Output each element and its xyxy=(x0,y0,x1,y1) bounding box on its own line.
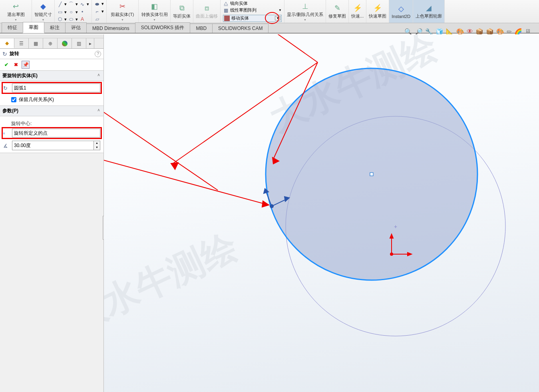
arc-icon: ⌒ xyxy=(68,1,74,8)
repair-label: 修复草图 xyxy=(328,13,346,19)
move-icon xyxy=(224,16,230,21)
annotation-arrow-3 xyxy=(104,160,269,207)
exit-sketch-icon: ↩ xyxy=(13,2,19,11)
point-select-icon: ▫ xyxy=(3,130,10,136)
cancel-button[interactable]: ✖ xyxy=(12,61,20,69)
rect-tool[interactable]: ▭▾ ○▾ • xyxy=(57,9,89,15)
collapse-icon-2[interactable]: ＾ xyxy=(96,107,101,114)
spin-up[interactable]: ▲ xyxy=(93,141,100,145)
exit-sketch-label: 退出草图 xyxy=(7,12,25,18)
params-body: 旋转中心: ▫ ∡ ▲ ▼ xyxy=(0,116,103,153)
svg-line-14 xyxy=(104,160,266,204)
spin-down[interactable]: ▼ xyxy=(93,145,100,150)
annotation-circle-dropdown xyxy=(265,12,279,24)
keep-relations-checkbox[interactable] xyxy=(11,97,16,102)
spline-icon: ∿ xyxy=(80,2,85,7)
fillet-tool[interactable]: ⌐▾ xyxy=(94,8,104,15)
center-point-marker[interactable] xyxy=(370,173,373,176)
tab-mbd[interactable]: MBD xyxy=(190,24,213,33)
center-input[interactable] xyxy=(12,129,100,137)
slot-tool[interactable]: ⬬▾ xyxy=(94,1,104,7)
section-params[interactable]: 参数(P) ＾ xyxy=(0,106,103,116)
pm-title: 旋转 xyxy=(10,50,95,57)
repair-button[interactable]: ✎ 修复草图 xyxy=(326,0,349,23)
tab-features[interactable]: 特征 xyxy=(2,22,23,33)
fillet-icon: ⌐ xyxy=(94,9,100,14)
poly-tool[interactable]: ⬡▾ ⬭▾ A xyxy=(57,16,89,22)
pm-tab-config[interactable]: ☰ xyxy=(14,38,29,48)
relations-button[interactable]: ⊥ 显示/删除几何关系 ▼ xyxy=(284,0,326,23)
surface-offset-button: ⧈ 曲面上偏移 xyxy=(193,0,221,23)
svg-line-10 xyxy=(272,34,318,62)
svg-marker-15 xyxy=(262,201,269,207)
entities-body: ↻ 保留几何关系(K) xyxy=(0,81,103,106)
draw-tools-2: ⬬▾ ⌐▾ ▱ xyxy=(92,0,107,23)
shade-label: 上色草图轮廓 xyxy=(416,13,442,19)
quick-icon: ⚡ xyxy=(353,4,362,12)
rotate-cmd-icon: ↻ xyxy=(2,51,7,57)
tab-sketch[interactable]: 草图 xyxy=(23,22,44,33)
tab-annotate[interactable]: 标注 xyxy=(44,22,66,33)
pin-button[interactable]: 📌 xyxy=(22,61,30,69)
keep-relations-label: 保留几何关系(K) xyxy=(19,96,54,103)
convert-button[interactable]: ◧ 转换实体引用 ▼ xyxy=(139,0,171,23)
section-params-label: 参数(P) xyxy=(2,107,18,114)
trim-label: 剪裁实体(T) xyxy=(111,12,134,18)
mirror-tool[interactable]: ⧋镜向实体 xyxy=(223,0,282,7)
collapse-icon[interactable]: ＾ xyxy=(96,72,101,79)
tab-addins[interactable]: SOLIDWORKS 插件 xyxy=(135,22,191,33)
shade-icon: ◢ xyxy=(426,4,432,12)
pm-tab-row: ◆ ☰ ▦ ⊕ ▥ ▸ xyxy=(0,38,103,49)
help-icon[interactable]: ? xyxy=(95,51,101,57)
line-tool[interactable]: ╱▾ ⌒▾ ∿▾ xyxy=(57,0,89,8)
tab-mbd-dim[interactable]: MBD Dimensions xyxy=(86,24,135,33)
smart-dimension-button[interactable]: ◆ 智能尺寸 ▼ xyxy=(32,0,55,23)
keep-relations-row[interactable]: 保留几何关系(K) xyxy=(3,96,100,103)
quick-button[interactable]: ⚡ 快速... xyxy=(349,0,366,23)
svg-line-13 xyxy=(104,112,218,190)
poly-icon: ⬡ xyxy=(57,16,63,22)
surface-offset-icon: ⧈ xyxy=(205,4,209,12)
quick-label: 快速... xyxy=(351,13,364,19)
section-entities[interactable]: 要旋转的实体(E) ＾ xyxy=(0,71,103,81)
offset-label: 等距实体 xyxy=(173,13,191,19)
instant2d-button[interactable]: ◇ Instant2D xyxy=(389,0,413,23)
surface-offset-label: 曲面上偏移 xyxy=(196,13,218,19)
instant2d-label: Instant2D xyxy=(392,14,410,19)
move-entity-label: 移动实体 xyxy=(230,15,251,21)
plane-tool[interactable]: ▱ xyxy=(94,16,104,22)
pm-tab-target[interactable]: ⊕ xyxy=(43,38,58,48)
line-icon: ╱ xyxy=(57,2,63,7)
angle-spinner[interactable]: ▲ ▼ xyxy=(12,141,100,150)
pm-tab-display[interactable]: ▦ xyxy=(29,38,43,48)
offset-button[interactable]: ⧉ 等距实体 xyxy=(171,0,193,23)
entity-select-icon: ↻ xyxy=(3,85,10,91)
annotation-arrow-2 xyxy=(104,112,218,190)
pm-tab-feature[interactable]: ◆ xyxy=(0,38,14,48)
offset-icon: ⧉ xyxy=(179,4,185,12)
pattern-icon: ▦ xyxy=(223,8,229,13)
angle-input[interactable] xyxy=(12,141,93,150)
sketch-canvas: + xyxy=(104,34,539,392)
tab-evaluate[interactable]: 评估 xyxy=(65,22,87,33)
entity-selection-box[interactable]: ↻ xyxy=(3,84,100,92)
shade-contour-button[interactable]: ◢ 上色草图轮廓 xyxy=(413,0,445,23)
rapid-sketch-button[interactable]: ⚡ 快速草图 xyxy=(366,0,389,23)
graphics-viewport[interactable]: 大水牛测绘 大水牛测绘 + xyxy=(104,34,539,392)
pm-tab-more[interactable]: ▥ xyxy=(72,38,86,48)
pm-tab-expand[interactable]: ▸ xyxy=(86,38,94,48)
exit-sketch-button[interactable]: ↩ 退出草图 ▼ xyxy=(0,0,32,23)
section-entities-label: 要旋转的实体(E) xyxy=(2,72,38,79)
repair-icon: ✎ xyxy=(334,4,340,12)
center-selection-box[interactable]: ▫ xyxy=(3,129,100,137)
tab-cam[interactable]: SOLIDWORKS CAM xyxy=(212,24,269,33)
entity-input[interactable] xyxy=(12,84,100,92)
ghost-center-marker: + xyxy=(394,223,397,230)
draw-tools-1: ╱▾ ⌒▾ ∿▾ ▭▾ ○▾ • ⬡▾ ⬭▾ A xyxy=(55,0,92,23)
text-icon: A xyxy=(80,16,85,22)
trim-icon: ✂ xyxy=(119,2,125,11)
trim-button[interactable]: ✂ 剪裁实体(T) ▼ xyxy=(107,0,139,23)
point-icon: • xyxy=(80,9,85,15)
ok-button[interactable]: ✔ xyxy=(2,61,10,69)
pm-tab-appearance[interactable] xyxy=(58,38,72,48)
